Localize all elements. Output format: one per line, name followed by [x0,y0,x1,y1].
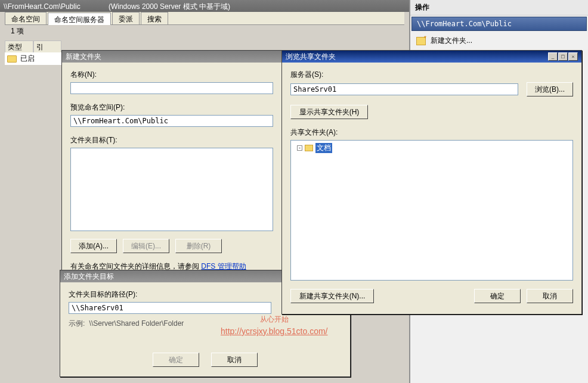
help-text: 有关命名空间文件夹的详细信息，请参阅 [70,262,201,270]
shares-label: 共享文件夹(A): [290,127,573,138]
browse-button[interactable]: 浏览(B)... [527,82,573,96]
new-folder-title-bar[interactable]: 新建文件夹 [62,51,281,63]
actions-title: 操作 [410,0,588,15]
actions-new-folder-label: 新建文件夹... [431,36,472,46]
minimize-button[interactable]: _ [548,52,558,61]
folder-icon [7,55,17,63]
tree-item-label: 文档 [315,143,332,153]
tab-namespace-servers[interactable]: 命名空间服务器 [48,13,111,25]
actions-sub: \\FromHeart.Com\Public [411,17,587,31]
help-link[interactable]: DFS 管理帮助 [201,262,246,270]
browse-title-bar[interactable]: 浏览共享文件夹 _ □ × [282,51,581,63]
actions-new-folder[interactable]: 新建文件夹... [410,32,588,50]
tab-strip: 命名空间 命名空间服务器 委派 搜索 [5,12,404,25]
add-target-ok-button: 确定 [153,353,199,367]
tab-search[interactable]: 搜索 [141,12,168,24]
dialog-new-folder: 新建文件夹 名称(N): 预览命名空间(P): 文件夹目标(T): 添加(A).… [61,50,282,276]
new-folder-icon [416,37,426,45]
item-count: 1 项 [11,26,24,36]
preview-label: 预览命名空间(P): [70,102,273,113]
share-folder-icon [305,145,313,151]
target-list[interactable] [70,148,273,231]
tree-item[interactable]: - 文档 [297,143,570,153]
server-label: 服务器(S): [290,70,573,80]
window-buttons: _ □ × [548,52,578,61]
path-input[interactable] [69,302,271,314]
preview-input[interactable] [70,115,273,127]
dialog-browse-shared-folder: 浏览共享文件夹 _ □ × 服务器(S): 浏览(B)... 显示共享文件夹(H… [281,50,582,315]
delete-button: 删除(R) [175,239,222,253]
tree-collapse-icon[interactable]: - [297,145,302,151]
browse-cancel-button[interactable]: 取消 [527,289,573,303]
browse-ok-button[interactable]: 确定 [474,289,521,303]
example-label: 示例: [69,319,85,328]
main-mode: (Windows 2000 Server 模式 中基于域) [109,2,230,11]
name-input[interactable] [70,82,273,94]
add-target-cancel-button[interactable]: 取消 [211,353,258,367]
maximize-button[interactable]: □ [558,52,568,61]
example-value: \\Server\Shared Folder\Folder [89,319,184,328]
tab-delegation[interactable]: 委派 [112,12,140,24]
close-button[interactable]: × [568,52,578,61]
browse-title: 浏览共享文件夹 [286,52,336,62]
add-target-title: 添加文件夹目标 [64,272,114,282]
show-shares-button[interactable]: 显示共享文件夹(H) [290,105,368,119]
main-path: \\FromHeart.Com\Public [4,2,81,11]
row-status: 已启 [20,54,35,64]
shares-tree[interactable]: - 文档 [290,140,573,281]
new-share-button[interactable]: 新建共享文件夹(N)... [290,289,374,303]
name-label: 名称(N): [70,70,273,80]
new-folder-title: 新建文件夹 [66,52,101,62]
server-input[interactable] [290,83,518,95]
list-row[interactable]: 已启 [5,52,61,65]
tab-namespace[interactable]: 命名空间 [5,12,47,24]
target-label: 文件夹目标(T): [70,135,273,145]
add-button[interactable]: 添加(A)... [70,239,117,253]
edit-button: 编辑(E)... [123,239,169,253]
